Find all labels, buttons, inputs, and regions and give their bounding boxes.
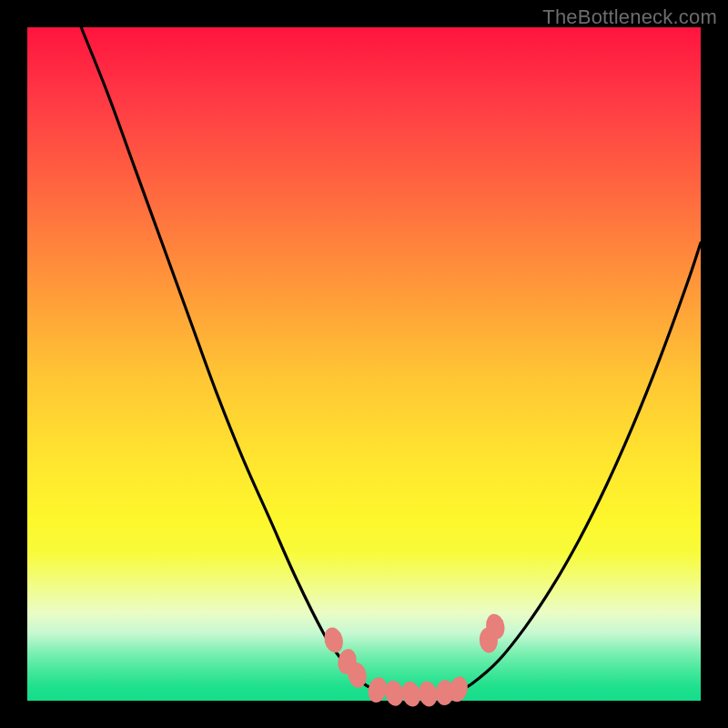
valley-markers — [322, 612, 507, 708]
bottleneck-curve — [81, 27, 701, 694]
chart-frame: TheBottleneck.com — [0, 0, 728, 728]
chart-svg — [27, 27, 701, 701]
valley-marker — [322, 625, 346, 654]
watermark-text: TheBottleneck.com — [542, 5, 717, 29]
